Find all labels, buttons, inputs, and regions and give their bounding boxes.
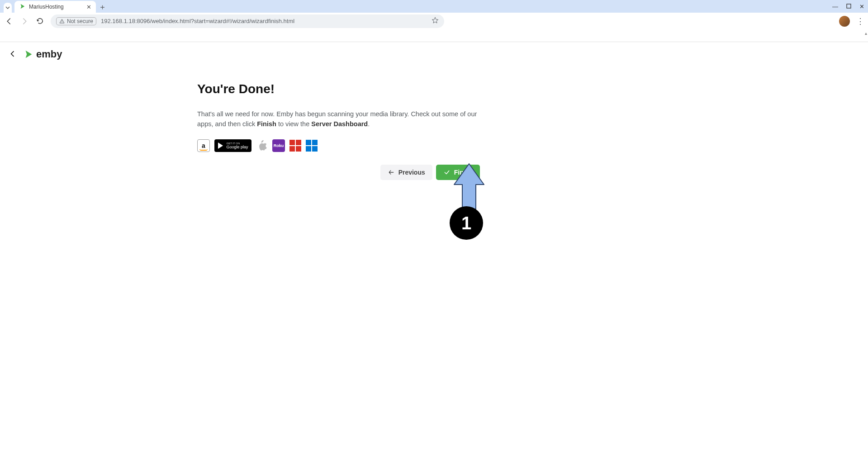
previous-button[interactable]: Previous [380, 165, 432, 180]
new-tab-button[interactable]: ＋ [96, 1, 109, 13]
emby-back-icon[interactable] [9, 49, 16, 60]
svg-rect-0 [847, 4, 851, 8]
scrollbar[interactable]: ▴ [862, 30, 868, 465]
app-badges: a GET IT ON Google play Roku [197, 139, 480, 152]
close-window-icon[interactable]: ✕ [859, 3, 864, 10]
wizard-description: That's all we need for now. Emby has beg… [197, 109, 480, 129]
wizard-buttons: Previous Finish [197, 165, 480, 180]
maximize-icon[interactable] [846, 3, 851, 10]
roku-badge[interactable]: Roku [272, 139, 285, 152]
amazon-swoosh-icon [199, 149, 208, 151]
windows-red-badge[interactable] [289, 140, 301, 152]
browser-toolbar: Not secure 192.168.1.18:8096/web/index.h… [0, 13, 868, 30]
window-controls: — ✕ [832, 0, 864, 13]
back-icon[interactable] [5, 17, 14, 26]
annotation-arrow [453, 163, 479, 208]
svg-point-2 [62, 22, 62, 23]
wizard-title: You're Done! [197, 82, 480, 96]
reload-icon[interactable] [35, 17, 44, 26]
not-secure-badge[interactable]: Not secure [56, 17, 96, 25]
annotation-step-badge: 1 [450, 206, 483, 240]
emby-logo-text: emby [36, 48, 62, 60]
emby-logo[interactable]: emby [24, 48, 62, 60]
emby-header: emby [0, 42, 868, 64]
emby-logo-icon [24, 49, 33, 59]
tab-search-dropdown[interactable] [4, 3, 12, 13]
wizard-body: You're Done! That's all we need for now.… [193, 82, 484, 180]
minimize-icon[interactable]: — [832, 3, 838, 10]
apple-icon [257, 140, 267, 152]
url-text: 192.168.1.18:8096/web/index.html?start=w… [101, 18, 294, 24]
browser-tab[interactable]: MariusHosting ✕ [14, 1, 96, 13]
tab-title: MariusHosting [29, 4, 64, 10]
amazon-badge[interactable]: a [197, 139, 210, 152]
forward-icon[interactable] [20, 17, 29, 26]
chrome-menu-icon[interactable]: ⋮ [856, 16, 863, 26]
warning-icon [59, 19, 65, 24]
url-bar[interactable]: Not secure 192.168.1.18:8096/web/index.h… [51, 14, 444, 28]
scrollbar-up-icon[interactable]: ▴ [865, 31, 867, 36]
google-play-badge[interactable]: GET IT ON Google play [214, 139, 251, 152]
not-secure-label: Not secure [67, 18, 93, 24]
windows-blue-badge[interactable] [306, 140, 318, 152]
tab-close-icon[interactable]: ✕ [86, 4, 91, 10]
arrow-left-icon [388, 169, 395, 176]
browser-titlebar: MariusHosting ✕ ＋ — ✕ [0, 0, 868, 13]
apple-badge[interactable] [256, 139, 268, 152]
google-play-icon [218, 142, 224, 149]
tab-favicon [19, 3, 25, 11]
bookmark-star-icon[interactable] [432, 17, 439, 25]
check-icon [443, 169, 451, 176]
profile-avatar[interactable] [839, 16, 850, 27]
